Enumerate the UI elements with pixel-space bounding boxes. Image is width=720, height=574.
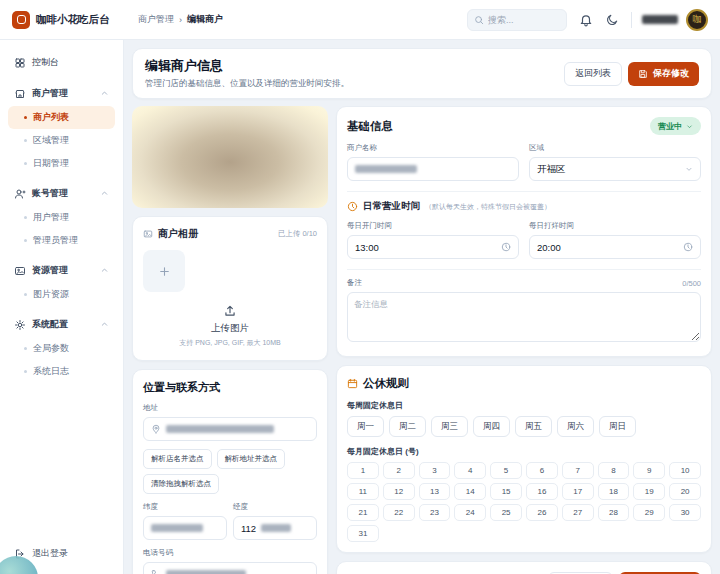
sidebar: 控制台 商户管理 商户列表 区域管理 日期管理 账号管理 用户管理 管理员管理 … (0, 40, 124, 574)
open-time-input[interactable]: 13:00 (347, 235, 519, 259)
parse-address-button[interactable]: 解析地址并选点 (217, 449, 286, 469)
notifications-bell-icon[interactable] (579, 13, 593, 27)
month-day-toggle[interactable]: 19 (633, 483, 665, 500)
section-divider (347, 269, 701, 270)
month-day-toggle[interactable]: 31 (347, 525, 379, 542)
save-changes-button[interactable]: 保存修改 (628, 62, 699, 86)
month-day-toggle[interactable]: 26 (526, 504, 558, 521)
search-input[interactable] (488, 15, 558, 25)
weekday-toggle[interactable]: 周一 (347, 416, 384, 437)
month-day-toggle[interactable]: 13 (419, 483, 451, 500)
user-avatar[interactable]: 咖 (686, 9, 708, 31)
latitude-label: 纬度 (143, 502, 227, 512)
upload-title: 上传图片 (143, 322, 317, 335)
sidebar-item-user-management[interactable]: 用户管理 (8, 206, 115, 229)
month-day-toggle[interactable]: 10 (669, 462, 701, 479)
sidebar-group-merchant[interactable]: 商户管理 (8, 81, 115, 106)
month-day-toggle[interactable]: 3 (419, 462, 451, 479)
weekday-toggle[interactable]: 周三 (431, 416, 468, 437)
sidebar-group-label: 资源管理 (32, 264, 68, 277)
month-day-toggle[interactable]: 11 (347, 483, 379, 500)
chevron-up-icon (100, 89, 109, 98)
bullet-dot (24, 116, 27, 119)
address-redacted-value (166, 425, 274, 433)
month-day-toggle[interactable]: 20 (669, 483, 701, 500)
search-icon (474, 15, 484, 25)
close-time-input[interactable]: 20:00 (529, 235, 701, 259)
sidebar-item-image-resources[interactable]: 图片资源 (8, 283, 115, 306)
address-input[interactable] (143, 417, 317, 441)
sidebar-item-date-management[interactable]: 日期管理 (8, 152, 115, 175)
month-day-toggle[interactable]: 7 (562, 462, 594, 479)
month-day-toggle[interactable]: 28 (598, 504, 630, 521)
sidebar-item-label: 用户管理 (33, 211, 69, 224)
month-day-toggle[interactable]: 4 (454, 462, 486, 479)
sidebar-item-system-logs[interactable]: 系统日志 (8, 360, 115, 383)
app-logo-icon (12, 11, 30, 29)
clear-parsed-point-button[interactable]: 清除拖拽解析选点 (143, 474, 219, 494)
weekday-toggle[interactable]: 周五 (515, 416, 552, 437)
sidebar-item-merchant-list[interactable]: 商户列表 (8, 106, 115, 129)
month-day-toggle[interactable]: 22 (383, 504, 415, 521)
image-icon (143, 229, 153, 239)
store-icon (14, 88, 26, 100)
rest-rules-card: 公休规则 每周固定休息日 周一 周二 周三 周四 周五 周六 周日 每月固定休息… (336, 365, 712, 553)
global-search[interactable] (467, 9, 567, 31)
weekday-toggle[interactable]: 周四 (473, 416, 510, 437)
sidebar-item-label: 商户列表 (33, 111, 69, 124)
sidebar-item-region-management[interactable]: 区域管理 (8, 129, 115, 152)
month-day-toggle[interactable]: 2 (383, 462, 415, 479)
month-day-toggle[interactable]: 8 (598, 462, 630, 479)
upload-icon (223, 304, 237, 318)
month-day-toggle[interactable]: 14 (454, 483, 486, 500)
open-time-value: 13:00 (355, 242, 496, 253)
month-day-toggle[interactable]: 25 (490, 504, 522, 521)
month-day-toggle[interactable]: 29 (633, 504, 665, 521)
daily-hours-hint: （默认每天生效，特殊节假日会被覆盖） (425, 202, 551, 212)
region-select[interactable]: 开福区 (529, 157, 701, 181)
upload-dropzone[interactable]: 上传图片 支持 PNG, JPG, GIF, 最大 10MB (143, 294, 317, 350)
longitude-input[interactable]: 112 (233, 516, 317, 540)
sidebar-item-label: 区域管理 (33, 134, 69, 147)
longitude-value: 112 (241, 523, 256, 534)
weekday-toggle[interactable]: 周六 (557, 416, 594, 437)
month-day-toggle[interactable]: 23 (419, 504, 451, 521)
month-day-toggle[interactable]: 30 (669, 504, 701, 521)
month-day-toggle[interactable]: 27 (562, 504, 594, 521)
app-brand[interactable]: 咖啡小花吃后台 (12, 11, 124, 29)
month-day-toggle[interactable]: 24 (454, 504, 486, 521)
sidebar-group-account[interactable]: 账号管理 (8, 181, 115, 206)
month-day-toggle[interactable]: 9 (633, 462, 665, 479)
merchant-name-input[interactable] (347, 157, 519, 181)
month-day-toggle[interactable]: 16 (526, 483, 558, 500)
month-day-toggle[interactable]: 21 (347, 504, 379, 521)
sidebar-item-admin-management[interactable]: 管理员管理 (8, 229, 115, 252)
location-pin-icon (151, 424, 161, 434)
sidebar-item-dashboard[interactable]: 控制台 (8, 50, 115, 75)
breadcrumb-parent[interactable]: 商户管理 (138, 13, 174, 26)
sidebar-group-resource[interactable]: 资源管理 (8, 258, 115, 283)
remark-textarea[interactable] (347, 292, 701, 342)
latitude-input[interactable] (143, 516, 227, 540)
status-select[interactable]: 营业中 (650, 117, 701, 135)
phone-input[interactable] (143, 562, 317, 574)
chevron-up-icon (100, 320, 109, 329)
dark-mode-moon-icon[interactable] (605, 13, 619, 27)
save-label: 保存修改 (653, 67, 689, 80)
sidebar-item-global-params[interactable]: 全局参数 (8, 337, 115, 360)
page-subtitle: 管理门店的基础信息、位置以及详细的营业时间安排。 (145, 78, 349, 90)
sidebar-group-system[interactable]: 系统配置 (8, 312, 115, 337)
back-to-list-button[interactable]: 返回列表 (564, 62, 622, 86)
month-day-toggle[interactable]: 1 (347, 462, 379, 479)
parse-name-button[interactable]: 解析店名并选点 (143, 449, 212, 469)
weekday-toggle[interactable]: 周二 (389, 416, 426, 437)
add-photo-tile[interactable] (143, 250, 185, 292)
bullet-dot (24, 216, 27, 219)
month-day-toggle[interactable]: 17 (562, 483, 594, 500)
weekday-toggle[interactable]: 周日 (599, 416, 636, 437)
month-day-toggle[interactable]: 18 (598, 483, 630, 500)
month-day-toggle[interactable]: 5 (490, 462, 522, 479)
month-day-toggle[interactable]: 6 (526, 462, 558, 479)
month-day-toggle[interactable]: 12 (383, 483, 415, 500)
month-day-toggle[interactable]: 15 (490, 483, 522, 500)
